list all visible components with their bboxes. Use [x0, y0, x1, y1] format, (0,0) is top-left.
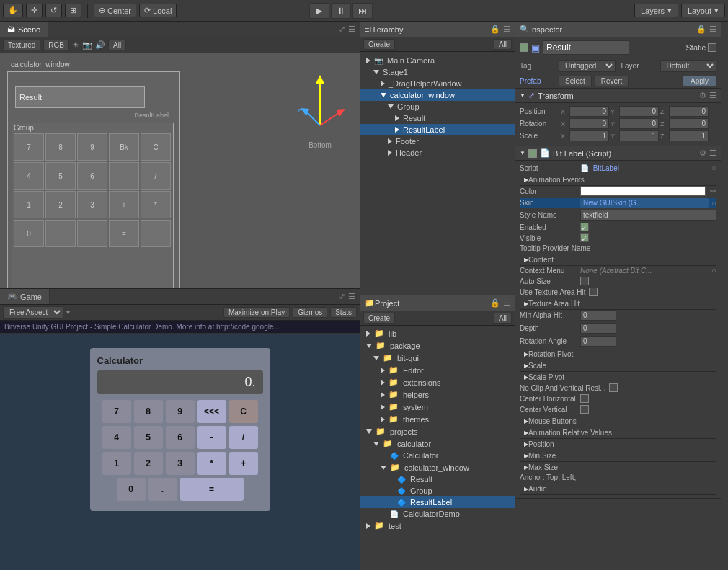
- script-enabled-checkbox[interactable]: [528, 149, 537, 158]
- texture-area-hit-row[interactable]: ▶ Texture Area Hit: [520, 298, 716, 310]
- proj-item-helpers[interactable]: 📁 helpers: [360, 388, 515, 401]
- enabled-check[interactable]: ✓: [580, 223, 589, 231]
- mouse-buttons-row[interactable]: ▶ Mouse Buttons: [520, 416, 716, 427]
- color-swatch[interactable]: [580, 186, 706, 196]
- min-size-row[interactable]: ▶ Min Size: [520, 450, 716, 462]
- play-btn[interactable]: ▶: [309, 3, 329, 19]
- proj-item-test[interactable]: 📁 test: [360, 520, 515, 532]
- btn-c[interactable]: C: [229, 400, 258, 423]
- btn-7[interactable]: 7: [102, 400, 131, 423]
- menu-game-icon[interactable]: ☰: [348, 292, 355, 301]
- step-btn[interactable]: ⏭: [352, 3, 373, 19]
- auto-size-check[interactable]: [580, 277, 589, 285]
- proj-item-group-prefab[interactable]: 🔷 Group: [360, 485, 515, 496]
- animation-events-row[interactable]: ▶ Animation Events: [520, 174, 716, 186]
- rotation-pivot-row[interactable]: ▶ Rotation Pivot: [520, 349, 716, 360]
- proj-item-calc-window-folder[interactable]: 📁 calculator_window: [360, 461, 515, 473]
- tab-scene[interactable]: 🏔 Scene: [0, 22, 48, 37]
- script-select-icon[interactable]: ○: [711, 164, 716, 172]
- proj-item-calculator-folder[interactable]: 📁 calculator: [360, 437, 515, 450]
- bit-label-settings-icon[interactable]: ⚙: [699, 148, 706, 158]
- rotation-angle-input[interactable]: [580, 336, 616, 347]
- layers-dropdown[interactable]: Layers ▾: [634, 4, 678, 17]
- proj-item-bit-gui[interactable]: 📁 bit-gui: [360, 352, 515, 364]
- all-btn[interactable]: All: [108, 40, 126, 50]
- bit-label-section[interactable]: ▼ 📄 Bit Label (Script) ⚙ ☰: [515, 146, 721, 161]
- object-name-input[interactable]: [543, 40, 629, 55]
- anim-relative-row[interactable]: ▶ Animation Relative Values: [520, 427, 716, 439]
- scale-section-row[interactable]: ▶ Scale: [520, 360, 716, 372]
- hand-tool-btn[interactable]: ✋: [3, 4, 23, 17]
- btn-5[interactable]: 5: [134, 426, 163, 449]
- maximize-icon[interactable]: ⤢: [339, 25, 345, 34]
- lock-insp-icon[interactable]: 🔒: [696, 25, 706, 34]
- proj-item-lib[interactable]: 📁 lib: [360, 327, 515, 339]
- btn-minus[interactable]: -: [197, 426, 226, 449]
- menu-icon[interactable]: ☰: [348, 25, 355, 34]
- proj-item-package[interactable]: 📁 package: [360, 339, 515, 352]
- stats-btn[interactable]: Stats: [330, 307, 357, 318]
- style-name-input[interactable]: [580, 210, 716, 221]
- aspect-select[interactable]: Free Aspect: [3, 306, 63, 319]
- color-picker-icon[interactable]: ✏: [710, 187, 716, 196]
- tree-item-calc-window[interactable]: calculator_window: [360, 89, 515, 101]
- no-clip-check[interactable]: [609, 383, 618, 392]
- ctx-select-icon[interactable]: ○: [711, 266, 716, 275]
- btn-equals[interactable]: =: [180, 478, 244, 501]
- btn-9[interactable]: 9: [166, 400, 195, 423]
- prefab-apply-btn[interactable]: Apply: [683, 76, 716, 86]
- proj-item-result-label-prefab[interactable]: 🔷 ResultLabel: [360, 496, 515, 508]
- maximize-game-icon[interactable]: ⤢: [339, 292, 345, 301]
- proj-item-themes[interactable]: 📁 themes: [360, 413, 515, 425]
- menu-hier-icon[interactable]: ☰: [503, 25, 510, 34]
- scale-pivot-row[interactable]: ▶ Scale Pivot: [520, 372, 716, 383]
- layout-dropdown[interactable]: Layout ▾: [681, 4, 725, 17]
- lock-hier-icon[interactable]: 🔒: [490, 25, 500, 34]
- proj-item-calculator-cs[interactable]: 🔷 Calculator: [360, 450, 515, 461]
- prefab-select-btn[interactable]: Select: [559, 76, 592, 86]
- proj-all-btn[interactable]: All: [494, 313, 512, 324]
- rgb-btn[interactable]: RGB: [43, 40, 69, 50]
- hier-all-btn[interactable]: All: [494, 39, 512, 50]
- center-btn[interactable]: ⊕ Center: [94, 4, 136, 17]
- bit-label-menu-icon[interactable]: ☰: [709, 148, 716, 158]
- menu-proj-icon[interactable]: ☰: [503, 298, 510, 308]
- static-checkbox[interactable]: [708, 43, 716, 52]
- center-h-check[interactable]: [580, 394, 589, 403]
- textured-btn[interactable]: Textured: [3, 40, 40, 50]
- proj-item-system[interactable]: 📁 system: [360, 401, 515, 413]
- btn-back[interactable]: <<<: [197, 400, 226, 423]
- btn-3[interactable]: 3: [166, 452, 195, 475]
- proj-item-calc-demo[interactable]: 📄 CalculatorDemo: [360, 508, 515, 520]
- gizmos-btn[interactable]: Gizmos: [293, 307, 327, 318]
- layer-select[interactable]: Default: [660, 60, 717, 72]
- texture-area-check[interactable]: [589, 288, 598, 296]
- refresh-btn[interactable]: ↺: [45, 4, 62, 17]
- scale-x-input[interactable]: [569, 130, 609, 141]
- rot-z-input[interactable]: [669, 118, 709, 129]
- local-btn[interactable]: ⟳ Local: [139, 4, 177, 17]
- tab-game[interactable]: 🎮 Game: [0, 289, 50, 304]
- tree-item-header[interactable]: Header: [360, 147, 515, 159]
- rot-y-input[interactable]: [619, 118, 659, 129]
- tag-select[interactable]: Untagged: [559, 60, 616, 72]
- audio-row[interactable]: ▶ Audio: [520, 484, 716, 495]
- depth-input[interactable]: [580, 323, 616, 334]
- pos-x-input[interactable]: [569, 106, 609, 117]
- proj-create-btn[interactable]: Create: [363, 313, 395, 324]
- transform-menu-icon[interactable]: ☰: [709, 91, 716, 100]
- min-alpha-input[interactable]: [580, 310, 616, 321]
- proj-item-extensions[interactable]: 📁 extensions: [360, 376, 515, 388]
- btn-1[interactable]: 1: [102, 452, 131, 475]
- btn-8[interactable]: 8: [134, 400, 163, 423]
- pos-z-input[interactable]: [669, 106, 709, 117]
- btn-2[interactable]: 2: [134, 452, 163, 475]
- prefab-revert-btn[interactable]: Revert: [595, 76, 629, 86]
- menu-insp-icon[interactable]: ☰: [709, 25, 716, 34]
- pos-y-input[interactable]: [619, 106, 659, 117]
- scale-z-input[interactable]: [669, 130, 709, 141]
- pause-btn[interactable]: ⏸: [331, 3, 351, 19]
- btn-multiply[interactable]: *: [197, 452, 226, 475]
- proj-item-projects[interactable]: 📁 projects: [360, 425, 515, 437]
- position-section-row[interactable]: ▶ Position: [520, 439, 716, 450]
